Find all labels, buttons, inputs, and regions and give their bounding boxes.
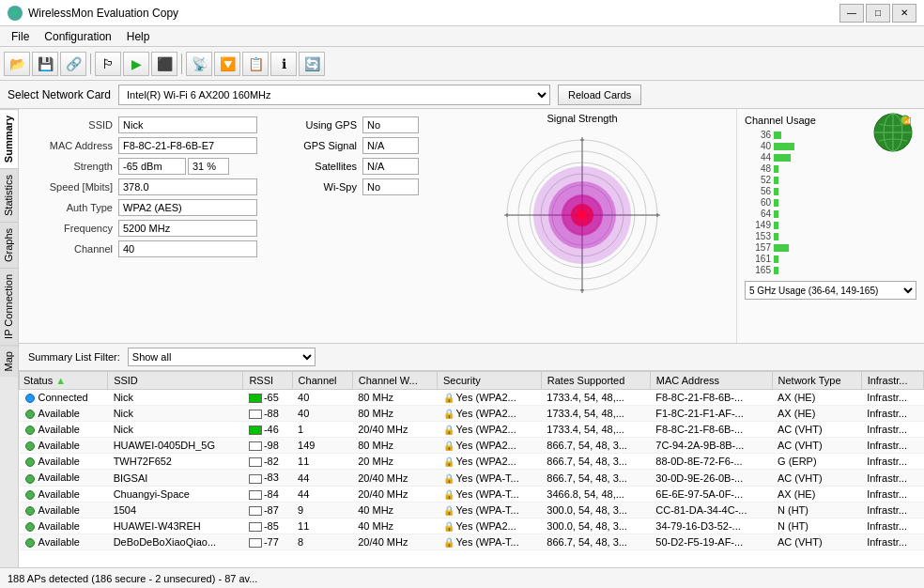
freq-value[interactable] (118, 220, 257, 237)
table-row[interactable]: AvailableHUAWEI-W43REH-851140 MHz🔒Yes (W… (20, 518, 924, 534)
tb-save-button[interactable]: 💾 (32, 52, 58, 76)
tab-summary[interactable]: Summary (0, 109, 18, 168)
using-gps-row: Using GPS (300, 116, 419, 133)
menu-configuration[interactable]: Configuration (37, 28, 118, 45)
gps-signal-value[interactable] (362, 137, 419, 154)
strength-dbm[interactable] (118, 158, 186, 175)
tb-report-button[interactable]: 📋 (242, 52, 269, 76)
col-ssid[interactable]: SSID (108, 372, 243, 390)
networks-table: Status ▲ SSID RSSI Channel Channel W... … (19, 371, 924, 550)
cell-network-type: AX (HE) (772, 390, 861, 406)
table-row[interactable]: ConnectedNick-654080 MHz🔒Yes (WPA2...173… (20, 390, 924, 406)
table-row[interactable]: AvailableNick-884080 MHz🔒Yes (WPA2...173… (20, 406, 924, 422)
close-button[interactable]: ✕ (892, 4, 916, 23)
table-row[interactable]: AvailableNick-46120/40 MHz🔒Yes (WPA2...1… (20, 422, 924, 438)
tb-info-button[interactable]: ℹ (270, 52, 297, 76)
gps-signal-label: GPS Signal (300, 140, 357, 151)
tb-scan-button[interactable]: 📡 (186, 52, 212, 76)
table-row[interactable]: Available1504-87940 MHz🔒Yes (WPA-T...300… (20, 502, 924, 518)
cell-channel: 9 (292, 502, 352, 518)
auth-value[interactable] (118, 199, 257, 216)
window-title: WirelessMon Evaluation Copy (28, 7, 178, 20)
reload-cards-button[interactable]: Reload Cards (558, 85, 641, 105)
freq-label: Frequency (28, 223, 113, 234)
mac-value[interactable] (118, 137, 257, 154)
tab-map[interactable]: Map (0, 345, 18, 377)
cell-ssid: TWH72F652 (108, 454, 243, 470)
cell-rates: 866.7, 54, 48, 3... (541, 470, 650, 486)
available-icon (25, 490, 35, 500)
ssid-value[interactable] (118, 116, 257, 133)
table-header-row: Status ▲ SSID RSSI Channel Channel W... … (20, 372, 924, 390)
channel-bar-fill (774, 188, 778, 195)
info-panel: SSID MAC Address Strength Speed [Mbits] (19, 109, 924, 344)
window-controls[interactable]: — □ ✕ (839, 4, 916, 23)
tb-connect-button[interactable]: 🔗 (60, 52, 86, 76)
channel-bar-label: 165 (745, 265, 771, 275)
cell-rssi: -65 (243, 390, 292, 406)
using-gps-value[interactable] (362, 116, 419, 133)
cell-channel-width: 20 MHz (352, 454, 437, 470)
tab-ip-connection[interactable]: IP Connection (0, 268, 18, 345)
col-mac[interactable]: MAC Address (650, 372, 772, 390)
table-row[interactable]: AvailableDeBoDeBoXiaoQiao...-77820/40 MH… (20, 534, 924, 549)
filter-select[interactable]: Show allConnected onlyAvailable only (128, 348, 316, 366)
tb-refresh-button[interactable]: 🔄 (299, 52, 325, 76)
menu-help[interactable]: Help (119, 28, 158, 45)
networks-table-body: ConnectedNick-654080 MHz🔒Yes (WPA2...173… (20, 390, 924, 550)
speed-value[interactable] (118, 178, 257, 195)
strength-pct[interactable] (188, 158, 229, 175)
cell-channel: 40 (292, 406, 352, 422)
col-nettype[interactable]: Network Type (772, 372, 861, 390)
satellites-value[interactable] (362, 158, 419, 175)
tab-statistics[interactable]: Statistics (0, 168, 18, 222)
channel-bar-label: 153 (745, 231, 771, 241)
tb-flag-button[interactable]: 🏳 (95, 52, 121, 76)
channel-bar-fill (774, 154, 791, 162)
cell-rates: 300.0, 54, 48, 3... (541, 502, 650, 518)
menu-file[interactable]: File (4, 28, 37, 45)
tab-graphs[interactable]: Graphs (0, 222, 18, 268)
channel-label: Channel (28, 243, 113, 255)
lock-icon: 🔒 (443, 409, 454, 419)
table-row[interactable]: AvailableTWH72F652-821120 MHz🔒Yes (WPA2.… (20, 454, 924, 470)
channel-filter-select[interactable]: 5 GHz Usage (36-64, 149-165)2.4 GHz Usag… (745, 281, 916, 300)
cell-status: Available (20, 470, 108, 486)
col-rssi[interactable]: RSSI (243, 372, 292, 390)
col-rates[interactable]: Rates Supported (541, 372, 650, 390)
cell-infra: Infrastr... (861, 534, 923, 549)
rssi-bar-indicator (249, 426, 262, 435)
tb-stop-button[interactable]: ⬛ (151, 52, 177, 76)
minimize-button[interactable]: — (839, 4, 864, 23)
table-row[interactable]: AvailableChuangyi-Space-844420/40 MHz🔒Ye… (20, 486, 924, 502)
maximize-button[interactable]: □ (866, 4, 890, 23)
cell-ssid: BIGSAI (108, 470, 243, 486)
col-infra[interactable]: Infrastr... (861, 372, 923, 390)
cell-mac: 6E-6E-97-5A-0F-... (650, 486, 772, 502)
cell-security: 🔒Yes (WPA-T... (438, 534, 542, 549)
channel-bar-label: 40 (745, 141, 771, 151)
titlebar: WirelessMon Evaluation Copy — □ ✕ (0, 0, 924, 26)
channel-value[interactable] (118, 240, 257, 257)
col-status[interactable]: Status ▲ (20, 372, 108, 390)
tb-open-button[interactable]: 📂 (4, 52, 30, 76)
channel-bar-label: 48 (745, 163, 771, 174)
cell-mac: 7C-94-2A-9B-8B-... (650, 438, 772, 454)
lock-icon: 🔒 (443, 537, 454, 548)
tb-filter-button[interactable]: 🔽 (214, 52, 240, 76)
vertical-tabs: Summary Statistics Graphs IP Connection … (0, 109, 19, 567)
cell-infra: Infrastr... (861, 438, 923, 454)
wispy-value[interactable] (362, 178, 419, 195)
col-channel[interactable]: Channel (292, 372, 352, 390)
netcard-select[interactable]: Intel(R) Wi-Fi 6 AX200 160MHz (118, 85, 550, 105)
tb-play-button[interactable]: ▶ (123, 52, 149, 76)
table-row[interactable]: AvailableBIGSAI-834420/40 MHz🔒Yes (WPA-T… (20, 470, 924, 486)
col-security[interactable]: Security (438, 372, 542, 390)
lock-icon: 🔒 (443, 521, 454, 532)
strength-row: Strength (28, 158, 282, 175)
cell-rssi: -98 (243, 438, 292, 454)
table-row[interactable]: AvailableHUAWEI-0405DH_5G-9814980 MHz🔒Ye… (20, 438, 924, 454)
col-channel-width[interactable]: Channel W... (352, 372, 437, 390)
cell-channel: 11 (292, 454, 352, 470)
gps-panel: Using GPS GPS Signal Satellites Wi-Spy (291, 109, 428, 343)
